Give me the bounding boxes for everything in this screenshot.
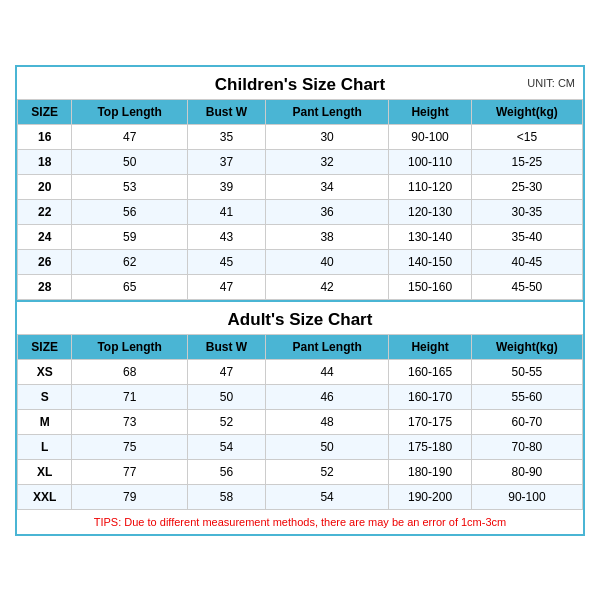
table-cell: 65: [72, 274, 187, 299]
table-cell: 28: [18, 274, 72, 299]
table-cell: 30-35: [471, 199, 582, 224]
table-cell: XS: [18, 359, 72, 384]
table-cell: 58: [187, 484, 265, 509]
table-cell: <15: [471, 124, 582, 149]
table-row: 28654742150-16045-50: [18, 274, 583, 299]
adults-col-weight: Weight(kg): [471, 334, 582, 359]
table-row: L755450175-18070-80: [18, 434, 583, 459]
adults-title: Adult's Size Chart: [17, 302, 583, 334]
table-cell: 71: [72, 384, 187, 409]
table-cell: 25-30: [471, 174, 582, 199]
table-cell: 15-25: [471, 149, 582, 174]
children-col-weight: Weight(kg): [471, 99, 582, 124]
table-cell: 50: [72, 149, 187, 174]
adults-table: SIZE Top Length Bust W Pant Length Heigh…: [17, 334, 583, 510]
children-title: Children's Size Chart UNIT: CM: [17, 67, 583, 99]
children-col-height: Height: [389, 99, 472, 124]
table-cell: 79: [72, 484, 187, 509]
table-cell: 77: [72, 459, 187, 484]
table-row: 18503732100-11015-25: [18, 149, 583, 174]
table-cell: 160-170: [389, 384, 472, 409]
table-row: S715046160-17055-60: [18, 384, 583, 409]
table-cell: 34: [265, 174, 388, 199]
unit-label: UNIT: CM: [527, 77, 575, 89]
adults-col-toplength: Top Length: [72, 334, 187, 359]
table-cell: 90-100: [471, 484, 582, 509]
table-cell: 42: [265, 274, 388, 299]
adults-title-text: Adult's Size Chart: [228, 310, 373, 329]
table-row: M735248170-17560-70: [18, 409, 583, 434]
children-body: 1647353090-100<1518503732100-11015-25205…: [18, 124, 583, 299]
table-cell: S: [18, 384, 72, 409]
children-col-pantlength: Pant Length: [265, 99, 388, 124]
children-col-toplength: Top Length: [72, 99, 187, 124]
table-cell: 160-165: [389, 359, 472, 384]
table-cell: 40: [265, 249, 388, 274]
table-cell: 35: [187, 124, 265, 149]
table-cell: 56: [72, 199, 187, 224]
children-header-row: SIZE Top Length Bust W Pant Length Heigh…: [18, 99, 583, 124]
table-cell: 100-110: [389, 149, 472, 174]
table-cell: 43: [187, 224, 265, 249]
table-cell: 54: [265, 484, 388, 509]
table-cell: 50: [265, 434, 388, 459]
table-cell: 90-100: [389, 124, 472, 149]
table-cell: 150-160: [389, 274, 472, 299]
table-row: 1647353090-100<15: [18, 124, 583, 149]
children-col-bustw: Bust W: [187, 99, 265, 124]
table-cell: 120-130: [389, 199, 472, 224]
table-cell: 47: [187, 274, 265, 299]
table-cell: 35-40: [471, 224, 582, 249]
table-row: 24594338130-14035-40: [18, 224, 583, 249]
table-cell: 53: [72, 174, 187, 199]
table-row: 20533934110-12025-30: [18, 174, 583, 199]
table-cell: 73: [72, 409, 187, 434]
table-cell: 40-45: [471, 249, 582, 274]
table-row: 22564136120-13030-35: [18, 199, 583, 224]
table-cell: 190-200: [389, 484, 472, 509]
table-cell: 68: [72, 359, 187, 384]
table-cell: L: [18, 434, 72, 459]
table-cell: 48: [265, 409, 388, 434]
table-cell: 80-90: [471, 459, 582, 484]
children-title-text: Children's Size Chart: [215, 75, 385, 94]
table-cell: 170-175: [389, 409, 472, 434]
table-cell: 32: [265, 149, 388, 174]
table-cell: 18: [18, 149, 72, 174]
table-cell: 37: [187, 149, 265, 174]
adults-body: XS684744160-16550-55S715046160-17055-60M…: [18, 359, 583, 509]
table-cell: 60-70: [471, 409, 582, 434]
adults-col-height: Height: [389, 334, 472, 359]
table-cell: 46: [265, 384, 388, 409]
table-row: XXL795854190-20090-100: [18, 484, 583, 509]
children-col-size: SIZE: [18, 99, 72, 124]
table-cell: 41: [187, 199, 265, 224]
table-cell: 54: [187, 434, 265, 459]
table-cell: 52: [265, 459, 388, 484]
table-cell: XXL: [18, 484, 72, 509]
table-cell: 110-120: [389, 174, 472, 199]
adults-header-row: SIZE Top Length Bust W Pant Length Heigh…: [18, 334, 583, 359]
adults-col-size: SIZE: [18, 334, 72, 359]
table-cell: 62: [72, 249, 187, 274]
table-cell: 59: [72, 224, 187, 249]
table-cell: 39: [187, 174, 265, 199]
table-cell: 55-60: [471, 384, 582, 409]
table-cell: 24: [18, 224, 72, 249]
table-cell: 16: [18, 124, 72, 149]
table-cell: 50-55: [471, 359, 582, 384]
table-cell: 45-50: [471, 274, 582, 299]
table-cell: 52: [187, 409, 265, 434]
table-cell: XL: [18, 459, 72, 484]
table-cell: 26: [18, 249, 72, 274]
table-cell: 44: [265, 359, 388, 384]
table-cell: M: [18, 409, 72, 434]
table-cell: 38: [265, 224, 388, 249]
table-cell: 140-150: [389, 249, 472, 274]
adults-col-pantlength: Pant Length: [265, 334, 388, 359]
chart-container: Children's Size Chart UNIT: CM SIZE Top …: [15, 65, 585, 536]
table-row: 26624540140-15040-45: [18, 249, 583, 274]
table-cell: 22: [18, 199, 72, 224]
table-cell: 30: [265, 124, 388, 149]
table-cell: 75: [72, 434, 187, 459]
